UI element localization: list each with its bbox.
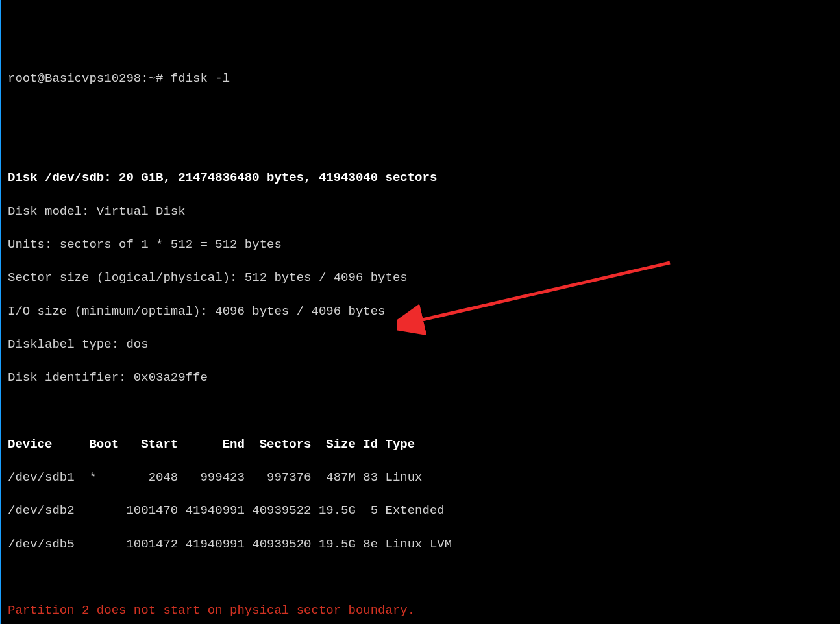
annotation-arrow-icon: [397, 256, 683, 341]
disk-sdb-io-size: I/O size (minimum/optimal): 4096 bytes /…: [8, 304, 834, 320]
disk-sdb-model: Disk model: Virtual Disk: [8, 204, 834, 221]
blank-line: [8, 403, 834, 420]
disk-sdb-label-type: Disklabel type: dos: [8, 337, 834, 354]
disk-sdb-identifier: Disk identifier: 0x03a29ffe: [8, 370, 834, 387]
disk-sdb-units: Units: sectors of 1 * 512 = 512 bytes: [8, 237, 834, 254]
partition-table-header: Device Boot Start End Sectors Size Id Ty…: [8, 437, 834, 453]
blank-line: [8, 104, 834, 121]
shell-prompt[interactable]: root@Basicvps10298:~# fdisk -l: [8, 71, 834, 88]
blank-line: [8, 570, 834, 586]
blank-line: [8, 137, 834, 154]
partition-row: /dev/sdb1 * 2048 999423 997376 487M 83 L…: [8, 470, 834, 486]
partition-row: /dev/sdb5 1001472 41940991 40939520 19.5…: [8, 536, 834, 553]
disk-sdb-sector-size: Sector size (logical/physical): 512 byte…: [8, 270, 834, 287]
disk-sdb-header: Disk /dev/sdb: 20 GiB, 21474836480 bytes…: [8, 170, 834, 187]
partition-warning: Partition 2 does not start on physical s…: [8, 603, 834, 619]
partition-row: /dev/sdb2 1001470 41940991 40939522 19.5…: [8, 503, 834, 520]
